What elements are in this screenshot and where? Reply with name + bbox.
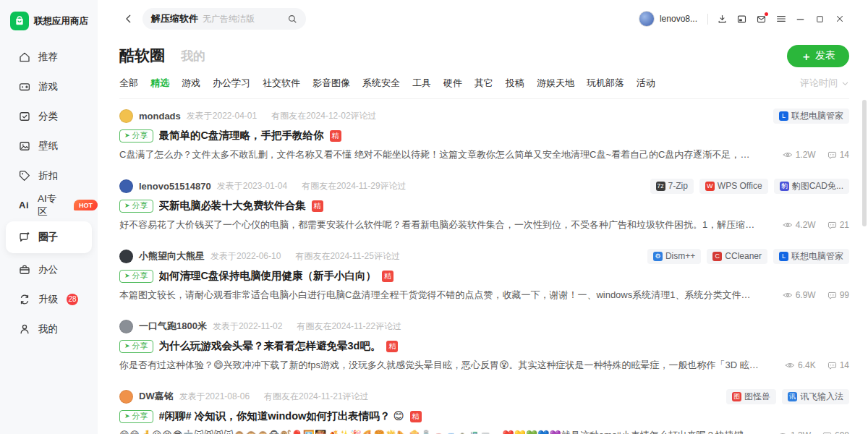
tab-酷软圈[interactable]: 酷软圈: [119, 46, 165, 66]
post-item[interactable]: 小熊望向大熊星 发表于2022-06-10 有圈友在2024-11-25评论过 …: [119, 239, 849, 310]
category-投稿[interactable]: 投稿: [506, 77, 524, 90]
sidebar-item-office[interactable]: 办公: [0, 255, 98, 284]
post-item[interactable]: lenovo51514870 发表于2023-01-04 有圈友在2024-11…: [119, 169, 849, 239]
post-body[interactable]: C盘满了怎么办？文件太多不敢乱删，文件名称又看不懂 绝对不能坐以待毙！这篇文章教…: [119, 148, 758, 161]
post-username[interactable]: 一口气跑1800米: [139, 320, 207, 333]
comments-stat[interactable]: 14: [827, 360, 849, 370]
app-chip[interactable]: ⚙ Dism++: [647, 249, 701, 264]
app-chip[interactable]: W WPS Office: [699, 179, 768, 194]
post-username[interactable]: mondads: [139, 111, 181, 122]
comments-stat[interactable]: 698: [822, 430, 849, 434]
post-body[interactable]: 好不容易花了大价钱买了一个心仪的电脑，都需要安装什么软件呢？看看新电脑必装软件集…: [119, 218, 758, 231]
sidebar-item-circle[interactable]: 圈子: [6, 221, 92, 253]
comments-stat[interactable]: 14: [827, 150, 849, 160]
avatar[interactable]: [119, 109, 133, 123]
sidebar-item-wallpaper[interactable]: 壁纸: [0, 131, 98, 161]
category-影音图像[interactable]: 影音图像: [312, 77, 350, 90]
page-tabs: 酷软圈我的: [119, 46, 205, 66]
app-chip[interactable]: C CCleaner: [707, 249, 767, 264]
maximize-button[interactable]: [810, 9, 830, 29]
app-chip[interactable]: L 联想电脑管家: [773, 109, 849, 124]
avatar[interactable]: [119, 179, 133, 193]
user-name[interactable]: lenovo8...: [660, 14, 697, 24]
refresh-icon: [17, 292, 31, 306]
category-办公学习[interactable]: 办公学习: [213, 77, 250, 90]
search-input[interactable]: 解压缩软件 无广告纯洁版: [142, 8, 306, 30]
scrollbar[interactable]: [862, 100, 867, 431]
avatar[interactable]: [119, 390, 133, 404]
category-工具[interactable]: 工具: [412, 77, 431, 90]
app-chip[interactable]: 7z 7-Zip: [650, 179, 694, 194]
category-活动[interactable]: 活动: [637, 77, 655, 90]
category-社交软件[interactable]: 社交软件: [263, 77, 300, 90]
post-last-comment-info: 有圈友在2024-11-22评论过: [297, 320, 401, 333]
scrollbar-thumb[interactable]: [862, 100, 867, 226]
comments-count: 99: [840, 290, 849, 300]
sidebar-item-mine[interactable]: 我的: [0, 314, 98, 344]
category-玩机部落[interactable]: 玩机部落: [587, 77, 624, 90]
sidebar-item-ai-zone[interactable]: Ai AI专区HOT: [0, 190, 98, 220]
back-button[interactable]: [119, 9, 138, 28]
post-body[interactable]: 你是否有过这种体验？😄兴致冲冲下载了新的fps游戏，没玩多久就感觉头晕目眩，恶心…: [119, 359, 760, 372]
avatar[interactable]: [119, 250, 133, 263]
category-其它[interactable]: 其它: [475, 77, 493, 90]
app-chip[interactable]: 图 图怪兽: [726, 389, 776, 404]
views-count: 6.4K: [798, 360, 816, 370]
post-item[interactable]: 一口气跑1800米 发表于2022-11-02 有圈友在2024-11-22评论…: [119, 310, 849, 380]
share-icon: ➤: [124, 203, 130, 209]
featured-badge: 精: [312, 200, 323, 212]
post-title[interactable]: 如何清理C盘保持电脑使用健康（新手小白向）: [159, 269, 376, 283]
app-logo[interactable]: 联想应用商店: [0, 9, 98, 42]
category-全部[interactable]: 全部: [119, 77, 138, 90]
share-icon: ➤: [124, 132, 130, 139]
menu-icon[interactable]: [771, 9, 791, 29]
sidebar-item-categories[interactable]: 分类: [0, 101, 98, 131]
avatar[interactable]: [119, 320, 133, 333]
post-head: lenovo51514870 发表于2023-01-04 有圈友在2024-11…: [119, 179, 849, 193]
post-stats: 1.3W 698: [778, 430, 849, 434]
download-manager-button[interactable]: [712, 9, 732, 29]
category-游戏[interactable]: 游戏: [182, 77, 200, 90]
post-title[interactable]: 买新电脑必装十大免费软件合集: [159, 199, 306, 213]
eye-icon: [783, 150, 793, 160]
post-title[interactable]: #闲聊# 冷知识，你知道window如何打出表情吗？ 😊: [159, 409, 404, 423]
search-icon[interactable]: [287, 14, 297, 24]
category-游娱天地[interactable]: 游娱天地: [537, 77, 574, 90]
category-硬件[interactable]: 硬件: [443, 77, 462, 90]
comments-stat[interactable]: 21: [827, 220, 849, 230]
minimize-button[interactable]: [791, 9, 810, 29]
post-username[interactable]: lenovo51514870: [139, 181, 211, 192]
user-avatar[interactable]: [639, 11, 655, 27]
app-chip[interactable]: 豹 豹图CAD免...: [774, 179, 849, 194]
app-chip-icon: 豹: [780, 182, 789, 191]
grid-icon: [17, 109, 31, 123]
sidebar-item-games[interactable]: 游戏: [0, 72, 98, 101]
sidebar-item-upgrade[interactable]: 升级28: [0, 284, 98, 314]
post-title[interactable]: 最简单的C盘清理略，手把手教给你: [159, 129, 324, 142]
mini-window-icon[interactable]: [732, 9, 752, 29]
app-chip[interactable]: 讯 讯飞输入法: [782, 389, 849, 404]
post-username[interactable]: 小熊望向大熊星: [139, 250, 205, 263]
sidebar-item-discount[interactable]: 折扣: [0, 161, 98, 190]
sidebar-item-label: 折扣: [38, 169, 58, 182]
close-button[interactable]: [830, 9, 849, 29]
post-item[interactable]: DW嘉铭 发表于2021-08-06 有圈友在2024-11-21评论过 图 图…: [119, 380, 849, 434]
post-body[interactable]: 😊😂🤞😥😭😎🤖😺😼😾🙀🙈🙉🙊🐵🐒🎈🖼️🎇🧨✨🎉🍕🍔🍟🌭🍿🧂🚗🚙🚕🚜🚐🏎️❤️💛💚…: [119, 429, 753, 434]
mail-icon[interactable]: [752, 9, 771, 29]
comments-stat[interactable]: 99: [827, 290, 849, 300]
post-username[interactable]: DW嘉铭: [139, 390, 174, 403]
category-精选[interactable]: 精选: [150, 77, 169, 90]
post-body[interactable]: 本篇图文较长，请耐心观看非常适合电脑小白进行电脑C盘清理全程干货觉得不错的点点赞…: [119, 289, 758, 302]
app-title: 联想应用商店: [34, 15, 88, 27]
sort-dropdown[interactable]: 评论时间: [800, 77, 849, 90]
comments-count: 21: [840, 220, 849, 230]
post-item[interactable]: mondads 发表于2022-04-01 有圈友在2024-12-02评论过 …: [119, 99, 849, 169]
tab-我的[interactable]: 我的: [181, 48, 205, 64]
category-系统安全[interactable]: 系统安全: [362, 77, 400, 90]
app-chip-icon: 图: [732, 392, 741, 401]
app-chip-icon: C: [712, 252, 722, 261]
sidebar-item-recommend[interactable]: 推荐: [0, 42, 98, 72]
post-title[interactable]: 为什么玩游戏会头晕？来看看怎样避免晕3d吧。: [159, 339, 381, 353]
app-chip[interactable]: L 联想电脑管家: [773, 249, 849, 264]
publish-button[interactable]: ＋ 发表: [787, 45, 849, 67]
